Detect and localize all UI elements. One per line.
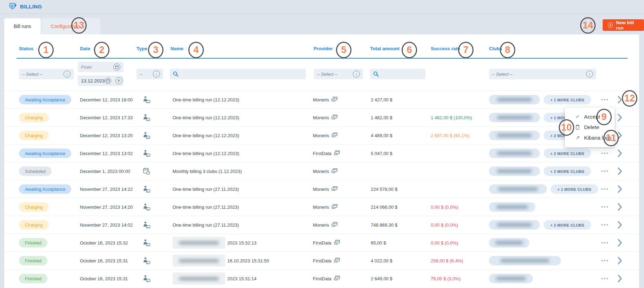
annotation-circle-11: 11 [603,130,619,146]
column-header-label: Success rate [431,46,460,51]
table-row[interactable]: FinishedOctober 16, 2023 15:322023 15:32… [4,234,639,252]
name-search-input[interactable] [170,69,306,79]
date-cell: December 12, 2023 17:33 [80,115,133,120]
row-actions-button[interactable]: ••• [601,240,609,246]
blurred-name-prefix [173,237,225,249]
row-actions-button[interactable]: ••• [601,168,609,174]
clear-date-icon[interactable]: ✕ [115,77,122,84]
column-header-status[interactable]: Status↓ [19,46,38,51]
tab-bill-runs[interactable]: Bill runs [4,18,41,34]
date-to-input[interactable]: 13.12.2023 ✕ [78,75,123,86]
row-actions-button[interactable]: ••• [601,150,609,156]
provider-cell: Moneris [313,186,337,192]
blurred-club-chip [489,202,535,212]
row-open-chevron-icon[interactable] [617,114,622,121]
trash-icon [575,125,581,130]
calendar-icon[interactable] [113,63,120,71]
row-open-chevron-icon[interactable] [617,149,622,157]
table-row[interactable]: ScheduledDecember 1, 2023 00:00Monthly b… [4,162,639,180]
column-header-type[interactable]: Type [136,46,147,51]
sort-arrow-icon[interactable]: ↓ [186,46,188,51]
row-open-chevron-icon[interactable] [617,203,622,211]
table-row[interactable]: ChargingDecember 12, 2023 13:20One-time … [4,126,639,144]
type-filter-placeholder: – [140,72,142,77]
row-open-chevron-icon[interactable] [617,257,622,264]
column-header-date[interactable]: Date↓ [80,46,95,51]
provider-filter-select[interactable]: – Select – ↓ [314,69,363,79]
total-amount-cell: 65,00 $ [371,240,386,246]
table-row[interactable]: ChargingNovember 27, 2023 14:20One-time … [4,198,639,216]
column-header-total-amount[interactable]: Total amount↓ [370,46,404,51]
status-badge: Charging [19,131,49,140]
annotation-circle-5: 5 [336,42,351,58]
row-actions-button[interactable]: ••• [601,204,609,210]
table-row[interactable]: ChargingNovember 27, 2023 14:02One-time … [4,216,639,234]
chevron-down-icon[interactable]: ↓ [353,71,360,78]
annotation-circle-12: 12 [622,90,637,107]
provider-cell: FirstData [313,150,340,156]
bill-runs-panel: Status↓Date↓TypeName↓Provider↓Total amou… [4,34,639,288]
total-amount-cell: 1 462,00 $ [371,115,392,120]
clubs-filter-select[interactable]: – Select – ↓ [489,69,596,79]
billing-icon: S [9,3,17,11]
more-clubs-chip[interactable]: + 2 MORE CLUBS [544,167,591,176]
name-cell: One-time billing run (12.12.2023) [173,97,239,102]
success-rate-cell: 256,00 $ (6,4%) [431,258,463,263]
name-cell: One-time billing run (27.11.2023) [173,222,239,228]
chevron-down-icon[interactable]: ↓ [63,71,71,78]
calendar-icon[interactable] [105,78,111,84]
name-cell: 2023 15:32:13 [173,237,256,249]
table-row[interactable]: ChargingDecember 12, 2023 17:33One-time … [4,108,639,126]
more-clubs-chip[interactable]: + 2 MORE CLUBS [544,149,591,158]
column-header-provider[interactable]: Provider↓ [314,46,337,51]
date-cell: December 12, 2023 18:00 [80,97,133,102]
type-filter-select[interactable]: – ↓ [136,69,163,79]
column-header-success-rate[interactable]: Success rate [431,46,460,51]
column-header-label: Type [136,46,147,51]
sort-arrow-icon[interactable]: ↓ [35,46,38,51]
tab-configuration[interactable]: Configuration [41,18,100,34]
new-bill-run-button[interactable]: + New bill run [603,19,644,31]
chevron-down-icon[interactable]: ↓ [586,71,593,78]
table-row[interactable]: Awaiting AcceptanceNovember 27, 2023 14:… [4,180,639,198]
status-badge: Awaiting Acceptance [19,185,71,194]
blurred-club-chip [489,274,533,283]
status-filter-select[interactable]: – Select – ↓ [19,69,74,79]
provider-cell: Moneris [313,168,337,174]
row-open-chevron-icon[interactable] [617,275,622,282]
chevron-down-icon[interactable]: ↓ [153,71,160,78]
card-icon [331,204,337,210]
person-card-icon [143,96,150,103]
column-header-name[interactable]: Name↓ [170,46,188,51]
success-rate-cell: 0,00 $ (0,0%) [431,222,458,228]
more-clubs-chip[interactable]: + 2 MORE CLUBS [544,220,591,230]
amount-search-input[interactable] [370,69,425,79]
menu-item-label: Delete [584,124,599,130]
row-actions-button[interactable]: ••• [601,222,609,228]
more-clubs-chip[interactable]: + 1 MORE CLUBS [544,95,591,105]
total-amount-cell: 224 578,00 $ [371,187,397,192]
status-badge: Charging [19,220,49,230]
search-icon [173,71,179,77]
date-from-input[interactable]: From [78,62,123,72]
card-icon [331,168,337,174]
table-row[interactable]: FinishedOctober 16, 2023 15:312023 15:31… [4,269,639,287]
row-open-chevron-icon[interactable] [617,167,622,175]
row-actions-button[interactable]: ••• [601,97,609,102]
column-header-label: Status [19,46,33,51]
row-actions-button[interactable]: ••• [601,258,609,263]
table-row[interactable]: Awaiting AcceptanceDecember 12, 2023 13:… [4,144,639,162]
name-text: One-time billing run (12.12.2023) [173,115,239,120]
external-link-icon: ↗ [575,135,581,140]
provider-cell: Moneris [313,204,337,210]
row-open-chevron-icon[interactable] [617,221,622,229]
row-open-chevron-icon[interactable] [617,96,622,103]
more-clubs-chip[interactable]: + 1 MORE CLUBS [551,185,598,194]
row-actions-button[interactable]: ••• [601,186,609,192]
person-card-icon [143,114,150,121]
table-row[interactable]: FinishedOctober 16, 2023 15:3116.10.2023… [4,252,639,269]
table-row[interactable]: Awaiting AcceptanceDecember 12, 2023 18:… [4,91,639,108]
row-open-chevron-icon[interactable] [617,239,622,247]
row-open-chevron-icon[interactable] [617,185,622,193]
row-actions-button[interactable]: ••• [601,276,609,281]
